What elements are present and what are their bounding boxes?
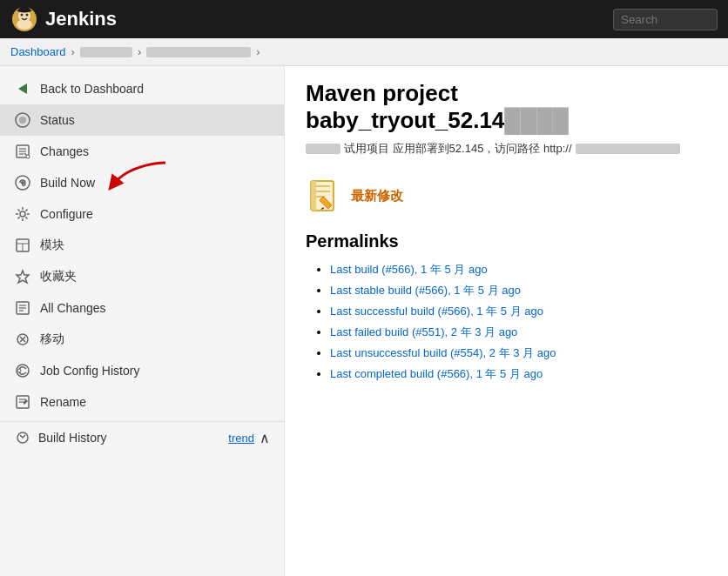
sidebar-item-move[interactable]: 移动 xyxy=(0,324,284,355)
build-history-icon xyxy=(14,429,31,446)
back-arrow-icon xyxy=(14,80,31,97)
jenkins-logo-icon xyxy=(10,5,38,33)
svg-point-15 xyxy=(26,155,30,158)
project-subtitle: 试用项目 应用部署到52.145，访问路径 http:// xyxy=(306,141,707,157)
last-failed-build-link[interactable]: Last failed build (#551), 2 年 3 月 ago xyxy=(330,325,517,338)
svg-point-19 xyxy=(20,211,25,217)
breadcrumb-sep-2: › xyxy=(138,45,141,58)
build-now-icon xyxy=(14,174,31,191)
last-completed-build-link[interactable]: Last completed build (#566), 1 年 5 月 ago xyxy=(330,367,543,380)
subtitle-blurred-2 xyxy=(576,144,680,154)
list-item: Last failed build (#551), 2 年 3 月 ago xyxy=(330,325,707,340)
rename-label: Rename xyxy=(40,395,86,409)
svg-rect-36 xyxy=(311,181,316,211)
sidebar-item-favorites[interactable]: 收藏夹 xyxy=(0,261,284,292)
status-label: Status xyxy=(40,113,75,127)
svg-point-2 xyxy=(17,19,32,30)
recent-changes-label[interactable]: 最新修改 xyxy=(351,188,403,204)
svg-point-17 xyxy=(21,181,24,184)
sidebar-item-all-changes[interactable]: All Changes xyxy=(0,292,284,324)
last-successful-build-link[interactable]: Last successful build (#566), 1 年 5 月 ag… xyxy=(330,305,543,318)
main-layout: Back to Dashboard Status xyxy=(0,66,728,576)
last-unsuccessful-build-link[interactable]: Last unsuccessful build (#554), 2 年 3 月 … xyxy=(330,346,556,359)
svg-marker-23 xyxy=(17,271,29,283)
svg-point-30 xyxy=(17,369,21,372)
configure-icon xyxy=(14,205,31,223)
collapse-icon[interactable]: ∧ xyxy=(260,430,270,446)
build-history-section: Build History trend ∧ xyxy=(0,421,284,453)
back-to-dashboard-label: Back to Dashboard xyxy=(40,82,144,96)
list-item: Last completed build (#566), 1 年 5 月 ago xyxy=(330,366,707,382)
job-config-history-label: Job Config History xyxy=(40,364,139,378)
sidebar-item-modules[interactable]: 模块 xyxy=(0,230,284,261)
changes-icon xyxy=(14,143,31,160)
trend-link[interactable]: trend xyxy=(228,432,254,445)
move-icon xyxy=(14,331,31,348)
main-content: Maven project baby_tryout_52.14████ 试用项目… xyxy=(285,66,728,576)
build-history-label-group: Build History xyxy=(14,429,107,446)
star-icon xyxy=(14,268,31,285)
build-history-controls: trend ∧ xyxy=(228,430,270,446)
sidebar-item-job-config-history[interactable]: Job Config History xyxy=(0,355,284,386)
list-item: Last successful build (#566), 1 年 5 月 ag… xyxy=(330,304,707,319)
sidebar-item-build-now[interactable]: Build Now xyxy=(0,167,284,198)
svg-point-3 xyxy=(21,14,24,17)
top-header: Jenkins xyxy=(0,0,728,38)
breadcrumb-sep-1: › xyxy=(71,45,75,58)
list-item: Last unsuccessful build (#554), 2 年 3 月 … xyxy=(330,345,707,361)
sidebar-item-rename[interactable]: Rename xyxy=(0,386,284,418)
status-icon xyxy=(14,111,31,129)
build-history-label: Build History xyxy=(38,431,107,445)
configure-label: Configure xyxy=(40,207,93,221)
changes-label: Changes xyxy=(40,144,89,158)
last-build-link[interactable]: Last build (#566), 1 年 5 月 ago xyxy=(330,263,488,276)
build-now-label: Build Now xyxy=(40,176,95,190)
jenkins-logo: Jenkins xyxy=(10,5,117,33)
breadcrumb-dashboard[interactable]: Dashboard xyxy=(10,45,66,58)
sidebar-item-configure[interactable]: Configure xyxy=(0,198,284,230)
subtitle-blurred-1 xyxy=(306,144,340,154)
permalinks-list: Last build (#566), 1 年 5 月 ago Last stab… xyxy=(306,262,707,382)
all-changes-icon xyxy=(14,299,31,317)
module-icon xyxy=(14,237,31,254)
breadcrumb-sep-3: › xyxy=(256,45,260,58)
page-title: Maven project baby_tryout_52.14████ xyxy=(306,80,707,134)
breadcrumb: Dashboard › › › xyxy=(0,38,728,66)
sidebar-item-changes[interactable]: Changes xyxy=(0,136,284,167)
svg-marker-8 xyxy=(18,84,27,94)
job-config-icon xyxy=(14,362,31,379)
app-title: Jenkins xyxy=(45,8,117,30)
sidebar-item-back-to-dashboard[interactable]: Back to Dashboard xyxy=(0,73,284,104)
breadcrumb-item-3[interactable] xyxy=(146,47,251,57)
breadcrumb-item-2[interactable] xyxy=(80,47,132,57)
list-item: Last build (#566), 1 年 5 月 ago xyxy=(330,262,707,278)
svg-rect-7 xyxy=(21,6,28,10)
move-label: 移动 xyxy=(40,332,64,347)
rename-icon xyxy=(14,393,31,411)
last-stable-build-link[interactable]: Last stable build (#566), 1 年 5 月 ago xyxy=(330,284,521,297)
list-item: Last stable build (#566), 1 年 5 月 ago xyxy=(330,283,707,298)
all-changes-label: All Changes xyxy=(40,301,106,315)
favorites-label: 收藏夹 xyxy=(40,269,77,285)
search-input[interactable] xyxy=(613,9,718,30)
sidebar: Back to Dashboard Status xyxy=(0,66,285,576)
permalinks-title: Permalinks xyxy=(306,231,707,251)
subtitle-text: 试用项目 应用部署到52.145，访问路径 http:// xyxy=(344,141,572,157)
modules-label: 模块 xyxy=(40,238,64,253)
svg-point-4 xyxy=(26,14,29,17)
recent-changes-icon xyxy=(306,177,342,214)
sidebar-item-status[interactable]: Status xyxy=(0,104,284,136)
recent-changes-section: 最新修改 xyxy=(306,177,707,214)
svg-point-10 xyxy=(19,117,26,124)
